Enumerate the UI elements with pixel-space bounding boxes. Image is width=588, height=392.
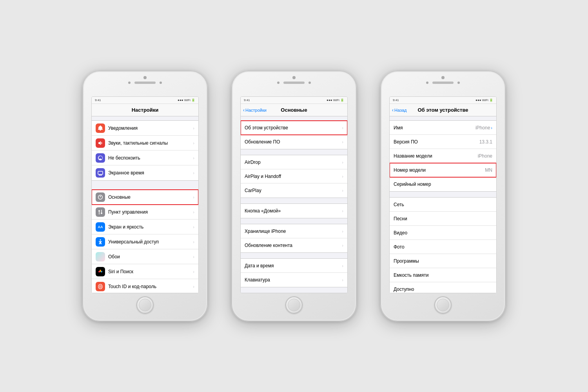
name-label: Имя (394, 125, 403, 131)
speaker-2 (283, 82, 305, 84)
list-item[interactable]: Звуки, тактильные сигналы › (92, 136, 198, 151)
sensor-5 (426, 82, 428, 84)
touchid-chevron: › (193, 284, 194, 289)
iphone-3: 9:41 ●●● WiFi 🔋 ‹ Назад Об этом устройст… (380, 71, 506, 321)
general-icon (96, 192, 105, 202)
sensor-6 (457, 82, 460, 84)
settings-group-1-2: Основные › Пункт управления › AA Экран и… (92, 189, 198, 293)
photos-label: Фото (394, 244, 405, 250)
name-chevron: › (491, 125, 492, 130)
list-item[interactable]: Siri и Поиск › (92, 264, 198, 279)
iphone-2-top (236, 76, 352, 96)
list-item[interactable]: AA Экран и яркость › (92, 220, 198, 234)
keyboard-chevron: › (342, 278, 343, 282)
general-group-5: Дата и время › Клавиатура › (241, 258, 347, 287)
list-item[interactable]: Имя iPhone › (390, 121, 496, 135)
osversion-value: 13.3.1 (479, 139, 492, 145)
list-item[interactable]: Touch ID и код-пароль › (92, 279, 198, 293)
home-button-1[interactable] (136, 296, 154, 314)
donotdisturb-icon (96, 153, 105, 163)
list-item: Сеть (390, 198, 496, 212)
update-chevron: › (342, 140, 343, 144)
svg-point-11 (100, 286, 101, 287)
list-item: Песни (390, 212, 496, 226)
nav-back-3[interactable]: ‹ Назад (392, 107, 407, 113)
touchid-label: Touch ID и код-пароль (108, 284, 191, 289)
display-chevron: › (193, 225, 194, 229)
siri-icon (96, 267, 105, 276)
list-item[interactable]: Универсальный доступ › (92, 234, 198, 249)
status-icons-3: ●●● WiFi 🔋 (475, 98, 493, 102)
home-button-2[interactable] (285, 296, 303, 314)
touchid-icon (96, 282, 105, 291)
list-item[interactable]: Обновление ПО › (241, 135, 347, 149)
iphone-1: 9:41 ●●● WiFi 🔋 Настройки Уведомления › (82, 71, 208, 321)
sensor-2 (160, 82, 162, 84)
status-icons-1: ●●● WiFi 🔋 (178, 98, 195, 102)
svg-point-2 (101, 212, 102, 214)
nav-title-2: Основные (281, 107, 307, 113)
list-item: Серийный номер (390, 177, 496, 191)
donotdisturb-label: Не беспокоить (108, 155, 191, 161)
list-item[interactable]: Обои › (92, 249, 198, 264)
general-group-2: AirDrop › AirPlay и Handoff › CarPlay › (241, 155, 347, 198)
section-gap-2d (241, 253, 347, 258)
wallpaper-chevron: › (193, 254, 194, 259)
list-item[interactable]: Не беспокоить › (92, 151, 198, 165)
osversion-label: Версия ПО (394, 139, 418, 145)
update-label: Обновление ПО (245, 139, 340, 145)
display-label: Экран и яркость (108, 224, 191, 230)
iphone-3-top (385, 76, 501, 96)
list-item[interactable]: Клавиатура › (241, 273, 347, 287)
list-item[interactable]: AirDrop › (241, 155, 347, 169)
nav-bar-3: ‹ Назад Об этом устройстве (390, 104, 496, 116)
list-item[interactable]: Кнопка «Домой» › (241, 204, 347, 218)
section-gap-3 (390, 192, 496, 197)
camera-dot-1 (143, 76, 147, 79)
list-item[interactable]: Экранное время › (92, 165, 198, 180)
modelnumber-value: MN (485, 167, 492, 173)
list-item: Название модели iPhone (390, 149, 496, 163)
list-item[interactable]: Обновление контента › (241, 238, 347, 252)
list-item[interactable]: Уведомления › (92, 121, 198, 136)
list-item[interactable]: Об этом устройстве › (241, 121, 347, 135)
modelname-label: Название модели (394, 153, 432, 159)
airdrop-label: AirDrop (245, 160, 340, 165)
available-label: Доступно (394, 287, 414, 292)
status-bar-2: 9:41 ●●● WiFi 🔋 (241, 97, 347, 104)
list-item[interactable]: Основные › (92, 190, 198, 205)
screen-content-1: Уведомления › Звуки, тактильные сигналы … (92, 116, 198, 293)
list-item[interactable]: Дата и время › (241, 259, 347, 273)
accessibility-label: Универсальный доступ (108, 239, 191, 245)
home-button-3[interactable] (434, 296, 452, 314)
contentupdate-label: Обновление контента (245, 243, 340, 248)
list-item[interactable]: Пункт управления › (92, 205, 198, 220)
storage-label: Хранилище iPhone (245, 229, 340, 234)
list-item: Емкость памяти (390, 268, 496, 282)
about-group-1: Имя iPhone › Версия ПО 13.3.1 Название м… (390, 120, 496, 192)
notifications-label: Уведомления (108, 125, 191, 131)
contentupdate-chevron: › (342, 243, 343, 248)
donotdisturb-chevron: › (193, 156, 194, 160)
nav-back-2[interactable]: ‹ Настройки (243, 107, 267, 113)
iphone-1-top (87, 76, 203, 96)
homebutton-chevron: › (342, 209, 343, 213)
nav-bar-2: ‹ Настройки Основные (241, 104, 347, 116)
siri-chevron: › (193, 269, 194, 274)
list-item[interactable]: AirPlay и Handoff › (241, 169, 347, 183)
notifications-chevron: › (193, 126, 194, 131)
airplay-chevron: › (342, 174, 343, 179)
sounds-label: Звуки, тактильные сигналы (108, 140, 191, 146)
airdrop-chevron: › (342, 160, 343, 165)
screentime-icon (96, 168, 105, 178)
about-chevron: › (342, 125, 343, 130)
section-gap-2b (241, 198, 347, 203)
back-label-3: Назад (394, 108, 407, 113)
list-item: Доступно (390, 282, 496, 293)
list-item[interactable]: CarPlay › (241, 183, 347, 198)
svg-point-1 (98, 210, 100, 212)
list-item[interactable]: Номер модели MN (390, 163, 496, 177)
wallpaper-label: Обои (108, 254, 191, 260)
list-item[interactable]: Хранилище iPhone › (241, 224, 347, 238)
sensor-1 (128, 82, 131, 84)
